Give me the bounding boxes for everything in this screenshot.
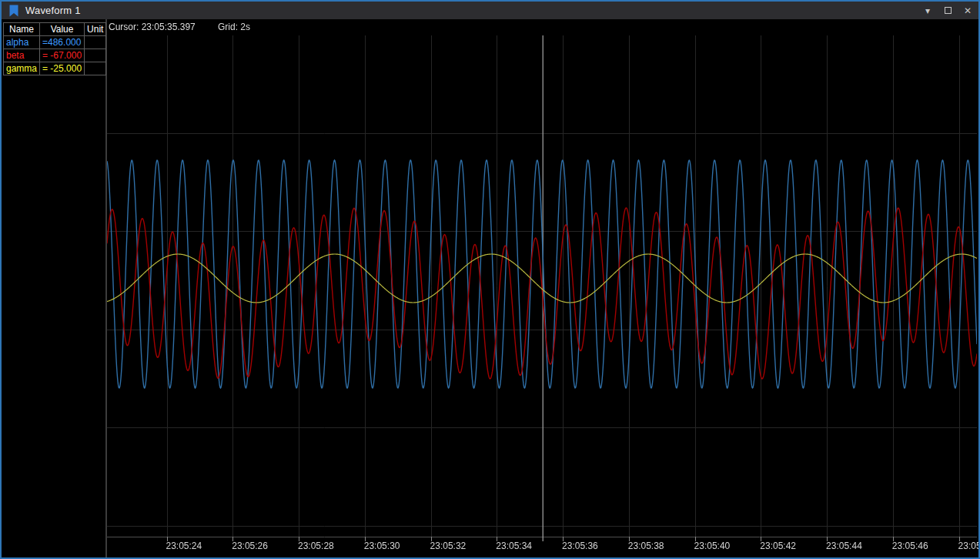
x-axis-label: 23:05:36	[562, 541, 598, 551]
x-axis-label: 23:05:34	[496, 541, 532, 551]
signal-value: = -25.000	[40, 62, 85, 75]
x-axis-label: 23:05:48	[958, 541, 978, 551]
signal-unit	[85, 62, 106, 75]
x-axis-label: 23:05:38	[628, 541, 664, 551]
maximize-icon[interactable]	[942, 5, 954, 16]
signal-panel: Name Value Unit alpha =486.000 beta = -6…	[2, 19, 107, 557]
waveform-window: Waveform 1 ▾ ✕ Name Value Unit alpha	[0, 0, 980, 559]
plot-status-bar: Cursor: 23:05:35.397 Grid: 2s	[109, 22, 196, 32]
x-axis-label: 23:05:32	[430, 541, 467, 551]
x-axis-label: 23:05:42	[760, 541, 796, 551]
signal-name: beta	[4, 49, 40, 62]
signal-unit	[85, 49, 106, 62]
x-axis-label: 23:05:24	[166, 541, 202, 551]
table-header-row: Name Value Unit	[4, 23, 106, 36]
window-title: Waveform 1	[25, 5, 81, 16]
waveform-plot[interactable]: Cursor: 23:05:35.397 Grid: 2s 23:05:2423…	[107, 19, 978, 557]
table-row[interactable]: beta = -67.000	[4, 49, 106, 62]
column-header-name[interactable]: Name	[4, 23, 40, 36]
x-axis-label: 23:05:44	[826, 541, 862, 551]
signal-name: gamma	[4, 62, 40, 75]
table-row[interactable]: gamma = -25.000	[4, 62, 106, 75]
table-row[interactable]: alpha =486.000	[4, 36, 106, 49]
dock-menu-icon[interactable]: ▾	[921, 5, 934, 16]
column-header-unit[interactable]: Unit	[85, 23, 106, 36]
x-axis-label: 23:05:26	[232, 541, 268, 551]
bookmark-icon	[8, 5, 19, 17]
x-axis-label: 23:05:30	[364, 541, 400, 551]
grid-readout: Grid: 2s	[218, 22, 250, 32]
x-axis-label: 23:05:28	[298, 541, 334, 551]
x-axis-label: 23:05:40	[694, 541, 731, 551]
waveform-canvas[interactable]	[107, 19, 977, 557]
signal-value: = -67.000	[40, 49, 85, 62]
signal-unit	[85, 36, 106, 49]
titlebar[interactable]: Waveform 1 ▾ ✕	[2, 2, 978, 19]
signal-value: =486.000	[40, 36, 85, 49]
x-axis-label: 23:05:46	[892, 541, 928, 551]
cursor-readout: Cursor: 23:05:35.397	[109, 22, 196, 32]
close-icon[interactable]: ✕	[962, 5, 974, 16]
signal-table: Name Value Unit alpha =486.000 beta = -6…	[3, 22, 106, 75]
column-header-value[interactable]: Value	[40, 23, 85, 36]
signal-name: alpha	[4, 36, 40, 49]
